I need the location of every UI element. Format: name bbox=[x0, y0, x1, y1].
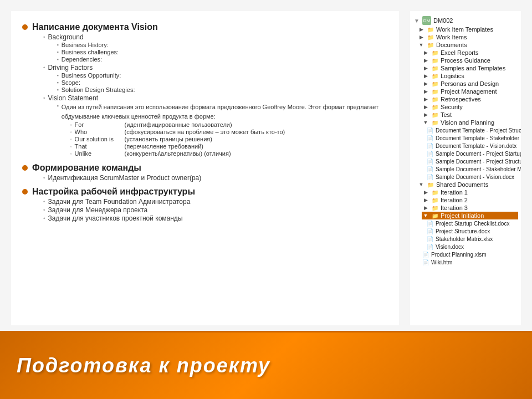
tree-wiki[interactable]: 📄 Wiki.htm bbox=[422, 258, 518, 266]
file-label-6: Sample Document - Stakeholder Matrix.xls… bbox=[436, 166, 521, 172]
sub-dot-members: ◦ bbox=[43, 215, 45, 221]
tree-sample-startup[interactable]: 📄 Sample Document - Project Startup Chec… bbox=[426, 150, 518, 157]
unlike-key: Unlike bbox=[75, 150, 125, 157]
who-val: (сфокусироваться на проблеме – это может… bbox=[125, 129, 285, 135]
tree-doc-vision[interactable]: 📄 Document Template - Vision.dotx bbox=[426, 142, 518, 150]
tree-doc-project-structure[interactable]: 📄 Document Template - Project Structure.… bbox=[426, 126, 518, 134]
dot-vision-text: ▪ bbox=[57, 103, 59, 109]
it1-folder-icon: 📁 bbox=[431, 189, 439, 196]
dot-bc: ▪ bbox=[57, 49, 59, 55]
dep-label: Dependencies: bbox=[62, 56, 102, 63]
bullet-dot-2 bbox=[22, 165, 28, 171]
pi-label: Project Initiation bbox=[441, 212, 484, 219]
file-icon-3: 📄 bbox=[426, 142, 434, 149]
scrum-label: Идентификация ScrumMaster и Product owne… bbox=[48, 174, 202, 182]
tree-samples[interactable]: ▶ 📁 Samples and Templates bbox=[422, 64, 518, 72]
tree-doc-stakeholder[interactable]: 📄 Document Template - Stakeholder Matrix… bbox=[426, 134, 518, 142]
tree-pi-structure[interactable]: 📄 Project Structure.docx bbox=[426, 227, 518, 235]
pi-file-icon-4: 📄 bbox=[426, 243, 434, 250]
tree-test[interactable]: ▶ 📁 Test bbox=[422, 111, 518, 119]
vision-for: ◦ For (идентифицированные пользователи) bbox=[70, 121, 388, 128]
pp-file-icon: 📄 bbox=[422, 251, 429, 258]
tree-security[interactable]: ▶ 📁 Security bbox=[422, 103, 518, 111]
sec-folder-icon: 📁 bbox=[431, 104, 439, 110]
sub-vision-children: ▪ Один из путей написания это использова… bbox=[57, 103, 388, 157]
wiki-file-icon: 📄 bbox=[422, 259, 429, 265]
vision-text-block: ▪ Один из путей написания это использова… bbox=[57, 103, 388, 157]
tree-retrospectives[interactable]: ▶ 📁 Retrospectives bbox=[422, 95, 518, 103]
file-icon-5: 📄 bbox=[426, 158, 434, 165]
file-label-4: Sample Document - Project Startup Checkl… bbox=[436, 151, 521, 157]
tree-project-initiation[interactable]: ▼ 📁 Project Initiation bbox=[422, 212, 518, 219]
wi-label: Work Items bbox=[436, 34, 467, 40]
bullet-3-text: Настройка рабочей инфраструктуры bbox=[32, 187, 195, 197]
sec-expand: ▶ bbox=[422, 104, 429, 110]
tree-proj-mgmt[interactable]: ▶ 📁 Project Management bbox=[422, 88, 518, 95]
wiki-label: Wiki.htm bbox=[431, 259, 452, 265]
for-key: For bbox=[75, 121, 125, 128]
test-folder-icon: 📁 bbox=[431, 111, 439, 118]
sub-dot-tfa: ◦ bbox=[43, 198, 45, 204]
test-label: Test bbox=[441, 111, 452, 118]
file-icon-6: 📄 bbox=[426, 166, 434, 172]
sub-sub-bc: ▪ Business challenges: bbox=[57, 49, 119, 55]
it2-folder-icon: 📁 bbox=[431, 197, 439, 203]
tree-sample-stake-matrix[interactable]: 📄 Sample Document - Stakeholder Matrix.x… bbox=[426, 165, 518, 173]
bullet-1-text: Написание документа Vision bbox=[32, 22, 388, 32]
excel-folder-icon: 📁 bbox=[431, 49, 439, 56]
docs-expand: ▼ bbox=[417, 42, 425, 48]
sub-background-children: ▪ Business History: ▪ Business challenge… bbox=[57, 42, 119, 63]
vision-solution: ◦ Our solution is (установить границы ре… bbox=[70, 136, 388, 142]
tree-shared-docs[interactable]: ▼ 📁 Shared Documents bbox=[413, 181, 518, 188]
tree-pi-stakeholder[interactable]: 📄 Stakeholder Matrix.xlsx bbox=[426, 235, 518, 243]
file-icon-1: 📄 bbox=[426, 127, 434, 134]
tree-product-planning[interactable]: 📄 Product Planning.xlsm bbox=[422, 250, 518, 258]
personas-expand: ▶ bbox=[422, 80, 429, 87]
tree-excel-reports[interactable]: ▶ 📁 Excel Reports bbox=[422, 49, 518, 57]
tree-documents[interactable]: ▼ 📁 Documents bbox=[413, 41, 518, 49]
it1-label: Iteration 1 bbox=[441, 189, 468, 196]
sub-scrummaster: ◦ Идентификация ScrumMaster и Product ow… bbox=[43, 174, 201, 182]
sd-folder-icon: 📁 bbox=[427, 181, 434, 188]
tree-vision-planning[interactable]: ▼ 📁 Vision and Planning bbox=[422, 119, 518, 126]
tree-logistics[interactable]: ▶ 📁 Logistics bbox=[422, 72, 518, 80]
tree-work-item-templates[interactable]: ▶ 📁 Work Item Templates bbox=[417, 25, 518, 33]
tree-iteration1[interactable]: ▶ 📁 Iteration 1 bbox=[422, 188, 518, 196]
wit-expand: ▶ bbox=[417, 26, 425, 33]
vision-statement-text: Один из путей написания это использовани… bbox=[62, 103, 388, 121]
sub-sub-scope: ▪ Scope: bbox=[57, 79, 135, 86]
tree-iteration3[interactable]: ▶ 📁 Iteration 3 bbox=[422, 204, 518, 212]
pi-expand: ▼ bbox=[422, 212, 429, 219]
file-label-3: Document Template - Vision.dotx bbox=[436, 143, 516, 149]
sub-sub-bo: ▪ Business Opportunity: bbox=[57, 72, 135, 79]
it2-expand: ▶ bbox=[422, 197, 429, 203]
retro-expand: ▶ bbox=[422, 96, 429, 103]
wi-expand: ▶ bbox=[417, 34, 425, 40]
tree-sample-proj-struct[interactable]: 📄 Sample Document - Project Structure.do… bbox=[426, 157, 518, 165]
tree-process-guidance[interactable]: ▶ 📁 Process Guidance bbox=[422, 57, 518, 64]
sub-vision-statement: ◦ Vision Statement ▪ Один из путей напис… bbox=[43, 94, 388, 158]
tree-personas[interactable]: ▶ 📁 Personas and Design bbox=[422, 80, 518, 88]
sub-sub-sds: ▪ Solution Design Strategies: bbox=[57, 86, 135, 93]
sub-dot-driving: ◦ bbox=[43, 64, 45, 70]
dot-for: ◦ bbox=[70, 122, 72, 127]
tree-root[interactable]: ▼ DM DM002 bbox=[413, 16, 518, 25]
dm-icon: DM bbox=[422, 16, 431, 25]
unlike-val: (конкуренты\альтернативы) (отличия) bbox=[125, 150, 231, 157]
tree-pi-vision[interactable]: 📄 Vision.docx bbox=[426, 243, 518, 250]
tree-iteration2[interactable]: ▶ 📁 Iteration 2 bbox=[422, 196, 518, 204]
wit-label: Work Item Templates bbox=[436, 26, 493, 33]
who-key: Who bbox=[75, 129, 125, 135]
sub-members: ◦ Задачи для участников проектной команд… bbox=[43, 214, 195, 222]
tfa-label: Задачи для Team Foundation Администратор… bbox=[48, 198, 191, 206]
log-expand: ▶ bbox=[422, 73, 429, 79]
it3-folder-icon: 📁 bbox=[431, 204, 439, 211]
tree-sample-vision[interactable]: 📄 Sample Document - Vision.docx bbox=[426, 173, 518, 181]
log-label: Logistics bbox=[441, 73, 464, 79]
that-val: (перечисление требований) bbox=[125, 143, 203, 150]
tree-pi-startup[interactable]: 📄 Project Startup Checklist.docx bbox=[426, 219, 518, 227]
pm-folder-icon: 📁 bbox=[431, 88, 439, 95]
tree-work-items[interactable]: ▶ 📁 Work Items bbox=[417, 33, 518, 41]
dot-solution: ◦ bbox=[70, 137, 72, 142]
sub-dot-pm: ◦ bbox=[43, 207, 45, 213]
